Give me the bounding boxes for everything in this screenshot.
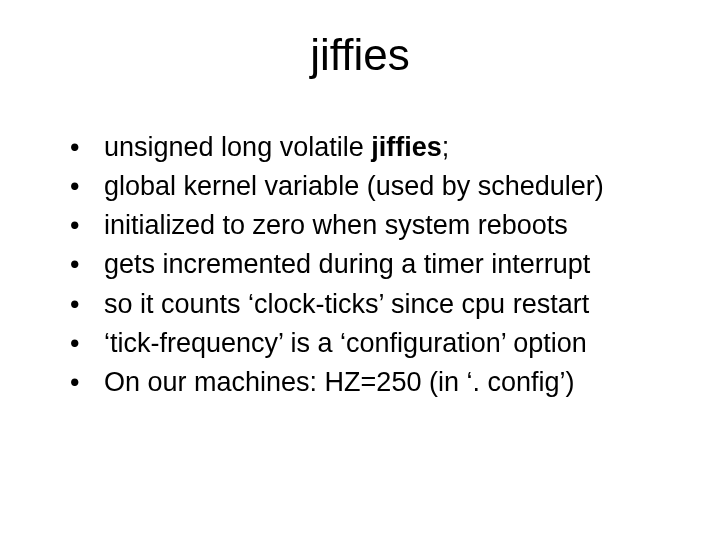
- list-item-text: ;: [442, 132, 450, 162]
- list-item: gets incremented during a timer interrup…: [70, 245, 670, 284]
- list-item: global kernel variable (used by schedule…: [70, 167, 670, 206]
- list-item: unsigned long volatile jiffies;: [70, 128, 670, 167]
- list-item-text: unsigned long volatile: [104, 132, 371, 162]
- list-item-text: so it counts ‘clock-ticks’ since cpu res…: [104, 289, 589, 319]
- list-item-text: gets incremented during a timer interrup…: [104, 249, 590, 279]
- list-item: initialized to zero when system reboots: [70, 206, 670, 245]
- list-item: On our machines: HZ=250 (in ‘. config’): [70, 363, 670, 402]
- list-item-bold: jiffies: [371, 132, 442, 162]
- list-item-text: initialized to zero when system reboots: [104, 210, 568, 240]
- slide: jiffies unsigned long volatile jiffies; …: [0, 0, 720, 540]
- bullet-list: unsigned long volatile jiffies; global k…: [50, 128, 670, 402]
- list-item-text: ‘tick-frequency’ is a ‘configuration’ op…: [104, 328, 587, 358]
- list-item-text: global kernel variable (used by schedule…: [104, 171, 604, 201]
- slide-title: jiffies: [50, 30, 670, 80]
- list-item-text: On our machines: HZ=250 (in ‘. config’): [104, 367, 574, 397]
- list-item: so it counts ‘clock-ticks’ since cpu res…: [70, 285, 670, 324]
- list-item: ‘tick-frequency’ is a ‘configuration’ op…: [70, 324, 670, 363]
